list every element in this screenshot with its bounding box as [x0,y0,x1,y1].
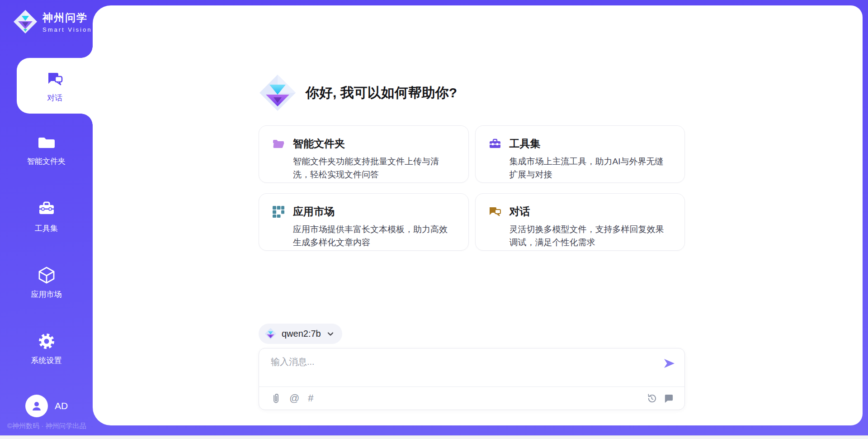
chat-icon [488,205,502,219]
hash-icon[interactable]: # [308,393,313,403]
welcome-header: 你好, 我可以如何帮助你? [259,74,457,112]
cube-icon [37,265,57,285]
message-input[interactable] [271,356,656,383]
brand-title: 神州问学 [42,11,92,25]
horizontal-scrollbar[interactable] [0,435,868,439]
mention-icon[interactable]: @ [289,393,299,403]
paperclip-icon[interactable] [271,393,281,404]
sidebar-item-label: 智能文件夹 [27,156,66,167]
model-name: qwen2:7b [282,329,321,339]
card-title: 工具集 [509,137,672,151]
sidebar-item-app-market[interactable]: 应用市场 [0,265,93,300]
assistant-logo-icon [259,74,297,112]
card-description: 集成市场上主流工具，助力AI与外界无缝扩展与对接 [509,155,672,181]
card-smart-folder[interactable]: 智能文件夹 智能文件夹功能支持批量文件上传与清洗，轻松实现文件问答 [259,125,469,183]
app-root: 神州问学 Smart Vision 对话 智能文件夹 工具集 [0,0,868,439]
sidebar-item-smart-folder[interactable]: 智能文件夹 [0,132,93,167]
card-toolset[interactable]: 工具集 集成市场上主流工具，助力AI与外界无缝扩展与对接 [475,125,685,183]
sidebar-item-label: 应用市场 [31,289,62,300]
model-selector[interactable]: qwen2:7b [259,324,342,344]
folder-icon [37,132,57,152]
user-name: AD [55,401,68,411]
avatar [25,395,48,417]
folder-open-icon [272,137,285,151]
send-icon[interactable] [663,358,675,369]
person-icon [30,399,43,413]
sidebar-item-label: 系统设置 [31,355,62,366]
card-description: 灵活切换多模型文件，支持多样回复效果调试，满足个性化需求 [509,223,672,249]
tab-fillet-bottom [81,114,93,125]
greeting-text: 你好, 我可以如何帮助你? [306,84,457,102]
sidebar-item-settings[interactable]: 系统设置 [0,331,93,366]
tab-fillet-top [81,46,93,58]
feature-cards: 智能文件夹 智能文件夹功能支持批量文件上传与清洗，轻松实现文件问答 工具集 集成… [259,125,685,251]
composer-toolbar: @ # [271,387,674,410]
user-profile[interactable]: AD [25,395,68,417]
model-diamond-icon [264,328,277,340]
grid-icon [272,205,285,219]
card-title: 智能文件夹 [293,137,456,151]
comment-icon[interactable] [664,394,674,403]
sidebar-item-label: 工具集 [35,223,58,234]
card-app-market[interactable]: 应用市场 应用市场提供丰富长文本模板，助力高效生成多样化文章内容 [259,193,469,251]
card-title: 对话 [509,205,672,219]
brand-subtitle: Smart Vision [42,26,92,33]
brand-logo: 神州问学 Smart Vision [13,9,92,34]
chevron-down-icon [326,329,335,339]
toolbox-icon [488,137,502,151]
sidebar-footer: ©神州数码 · 神州问学出品 [7,422,86,430]
message-composer: @ # [259,348,685,410]
card-description: 智能文件夹功能支持批量文件上传与清洗，轻松实现文件问答 [293,155,456,181]
card-title: 应用市场 [293,205,456,219]
card-chat[interactable]: 对话 灵活切换多模型文件，支持多样回复效果调试，满足个性化需求 [475,193,685,251]
chat-icon [45,69,65,89]
toolbox-icon [37,199,57,219]
history-icon[interactable] [646,393,657,404]
sidebar-item-chat[interactable]: 对话 [17,58,93,114]
sidebar-item-toolset[interactable]: 工具集 [0,199,93,234]
gear-icon [37,331,57,351]
main-panel: 你好, 我可以如何帮助你? 智能文件夹 智能文件夹功能支持批量文件上传与清洗，轻… [93,5,863,425]
sidebar-item-label: 对话 [47,93,62,103]
card-description: 应用市场提供丰富长文本模板，助力高效生成多样化文章内容 [293,223,456,249]
brand-diamond-icon [13,9,38,34]
